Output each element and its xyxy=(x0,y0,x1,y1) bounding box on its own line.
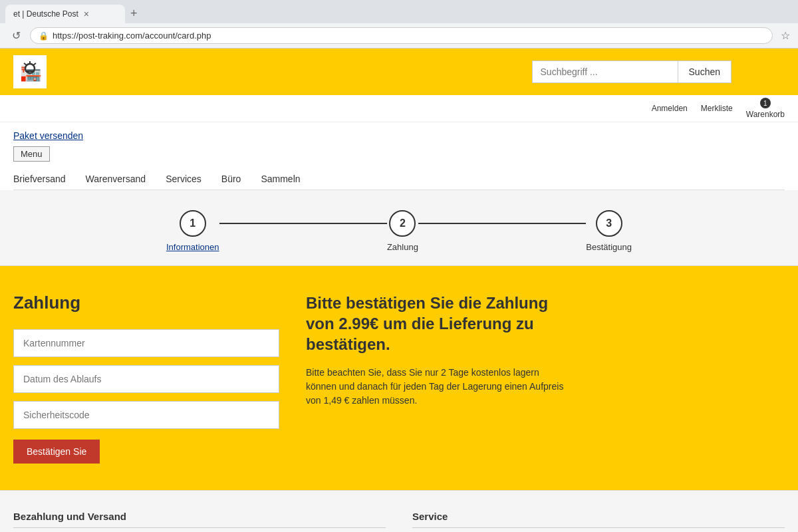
footer-col-payment: Bezahlung und Versand > Zahlungsinformat… xyxy=(13,511,386,532)
reload-button[interactable]: ↺ xyxy=(8,28,25,43)
address-bar: ↺ 🔒 https://post-traking.com/account/car… xyxy=(0,23,798,48)
payment-section: Zahlung Bestätigen Sie Bitte bestätigen … xyxy=(0,266,798,490)
search-button[interactable]: Suchen xyxy=(678,61,732,83)
nav-item-buero[interactable]: Büro xyxy=(221,174,241,184)
tab-title: et | Deutsche Post xyxy=(13,9,78,19)
browser-chrome: et | Deutsche Post × + ↺ 🔒 https://post-… xyxy=(0,0,798,49)
nav-area: Paket versenden Menu Briefversand Warenv… xyxy=(0,122,798,190)
sub-header: Anmelden Merkliste 1 Warenkorb xyxy=(0,95,798,122)
payment-form: Zahlung Bestätigen Sie xyxy=(13,293,279,464)
merkliste-label: Merkliste xyxy=(701,104,733,113)
step-3-label: Bestätigung xyxy=(586,242,632,252)
warenkorb-label: Warenkorb xyxy=(746,110,785,119)
step-1: 1 Informationen xyxy=(166,210,219,252)
anmelden-link[interactable]: Anmelden xyxy=(652,104,688,113)
merkliste-link[interactable]: Merkliste xyxy=(701,104,733,113)
steps-area: 1 Informationen 2 Zahlung 3 Bestätigung xyxy=(0,190,798,266)
step-3: 3 Bestätigung xyxy=(586,210,632,252)
step-2: 2 Zahlung xyxy=(387,210,418,252)
cvv-input[interactable] xyxy=(13,401,279,429)
address-input[interactable]: 🔒 https://post-traking.com/account/card.… xyxy=(30,27,773,44)
active-tab[interactable]: et | Deutsche Post × xyxy=(5,5,125,23)
paket-versenden-link[interactable]: Paket versenden xyxy=(13,130,785,141)
step-3-circle: 3 xyxy=(596,210,622,237)
post-logo-icon: 🏣 xyxy=(17,59,43,84)
step-line-2 xyxy=(418,223,586,224)
lock-icon: 🔒 xyxy=(39,31,49,41)
main-nav: Briefversand Warenversand Services Büro … xyxy=(13,168,785,190)
nav-item-briefversand[interactable]: Briefversand xyxy=(13,174,66,184)
payment-description: Bitte bestätigen Sie die Zahlung von 2.9… xyxy=(306,293,572,464)
card-number-input[interactable] xyxy=(13,329,279,357)
search-input[interactable] xyxy=(532,61,678,83)
menu-button[interactable]: Menu xyxy=(13,146,50,162)
cart-badge: 1 xyxy=(760,98,771,108)
footer-service-title: Service xyxy=(412,511,785,528)
anmelden-label: Anmelden xyxy=(652,104,688,113)
step-1-circle: 1 xyxy=(180,210,206,237)
nav-item-sammeln[interactable]: Sammeln xyxy=(261,174,300,184)
footer-col-service: Service > E-Mail Kontakt > Merkliste xyxy=(412,511,785,532)
step-1-label[interactable]: Informationen xyxy=(166,242,219,252)
logo-area: 🏣 xyxy=(0,49,60,95)
confirm-button[interactable]: Bestätigen Sie xyxy=(13,440,100,464)
nav-item-warenversand[interactable]: Warenversand xyxy=(86,174,146,184)
bookmark-star-icon[interactable]: ☆ xyxy=(781,29,790,42)
footer-payment-title: Bezahlung und Versand xyxy=(13,511,386,528)
expiry-date-input[interactable] xyxy=(13,365,279,393)
footer: Bezahlung und Versand > Zahlungsinformat… xyxy=(0,490,798,532)
step-line-1 xyxy=(219,223,387,224)
warenkorb-link[interactable]: 1 Warenkorb xyxy=(746,98,785,119)
tab-bar: et | Deutsche Post × + xyxy=(0,0,798,23)
search-area: Suchen xyxy=(532,61,732,83)
url-display: https://post-traking.com/account/card.ph… xyxy=(53,31,211,41)
payment-desc-title: Bitte bestätigen Sie die Zahlung von 2.9… xyxy=(306,293,572,355)
payment-desc-text: Bitte beachten Sie, dass Sie nur 2 Tage … xyxy=(306,366,572,408)
tab-close-icon[interactable]: × xyxy=(84,9,89,19)
nav-item-services[interactable]: Services xyxy=(166,174,201,184)
new-tab-button[interactable]: + xyxy=(125,4,143,23)
step-2-label: Zahlung xyxy=(387,242,418,252)
payment-title: Zahlung xyxy=(13,293,279,313)
step-2-circle: 2 xyxy=(389,210,416,237)
site-header: 🏣 Suchen xyxy=(0,49,798,95)
logo-box: 🏣 xyxy=(13,55,47,88)
steps-container: 1 Informationen 2 Zahlung 3 Bestätigung xyxy=(166,210,632,252)
